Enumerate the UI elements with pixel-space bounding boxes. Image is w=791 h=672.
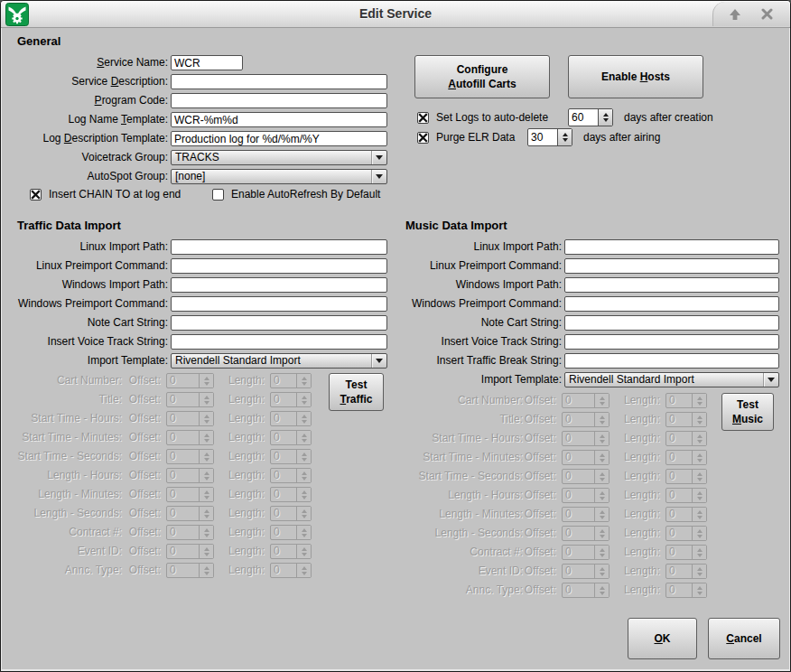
enable-autorefresh-checkbox[interactable] <box>212 189 224 201</box>
import-field-input[interactable] <box>564 239 779 255</box>
import-field-input[interactable] <box>564 258 779 274</box>
spin-value: 0 <box>563 583 594 597</box>
length-spinbox: 0 <box>665 488 707 503</box>
import-field-label: Linux Import Path: <box>396 239 562 255</box>
enable-hosts-button[interactable]: Enable Hosts <box>568 55 703 98</box>
auto-delete-checkbox[interactable] <box>417 112 429 124</box>
import-field-input[interactable] <box>564 296 779 312</box>
spin-value: 0 <box>666 489 692 502</box>
parser-field-label: Start Time - Minutes: <box>402 450 523 465</box>
purge-elr-checkbox[interactable] <box>417 132 429 144</box>
spin-up-icon <box>697 508 703 514</box>
length-label: Length: <box>219 373 265 388</box>
log-name-template-input[interactable] <box>171 112 387 127</box>
spin-up-icon <box>600 432 605 438</box>
spin-down-icon <box>697 554 703 560</box>
cancel-button[interactable]: Cancel <box>708 618 780 659</box>
parser-field-label: Event ID: <box>402 564 523 579</box>
autospot-group-select[interactable]: [none] <box>171 169 387 184</box>
offset-label: Offset: <box>523 507 556 522</box>
button-line: Configure <box>457 62 508 77</box>
auto-delete-days-spinbox[interactable]: 60 <box>568 108 613 126</box>
length-label: Length: <box>615 431 660 446</box>
offset-spinbox: 0 <box>562 526 610 541</box>
import-field-label: Windows Preimport Command: <box>396 296 562 312</box>
titlebar[interactable]: Edit Service <box>1 1 790 28</box>
program-code-input[interactable] <box>171 93 387 108</box>
spin-value: 0 <box>563 527 594 540</box>
window-shade-button[interactable] <box>725 5 745 23</box>
spin-up-icon <box>697 565 703 571</box>
spin-up-icon <box>204 374 209 380</box>
test-music-button[interactable]: Test Music <box>721 393 774 431</box>
length-label: Length: <box>615 412 660 427</box>
import-row: Insert Traffic Break String: <box>1 353 791 369</box>
spin-down-icon <box>697 535 703 541</box>
spin-value: 0 <box>167 374 199 387</box>
spin-value: 0 <box>666 583 692 597</box>
import-row: Insert Voice Track String: <box>1 334 791 350</box>
service-name-input[interactable] <box>171 55 243 70</box>
spin-down-icon <box>600 573 605 579</box>
window-controls <box>712 2 789 26</box>
voicetrack-group-select[interactable]: TRACKS <box>171 150 387 165</box>
button-line: Test <box>737 397 758 412</box>
import-field-input[interactable] <box>564 353 779 369</box>
import-field-label: Windows Import Path: <box>396 277 562 293</box>
import-field-input[interactable] <box>564 315 779 331</box>
traffic-section-heading: Traffic Data Import <box>17 219 121 232</box>
spin-up-icon <box>600 546 605 552</box>
spin-up-icon <box>603 110 609 117</box>
spin-up-icon <box>600 527 605 533</box>
ok-button[interactable]: OK <box>628 618 697 659</box>
log-description-template-input[interactable] <box>171 131 387 146</box>
auto-delete-suffix: days after creation <box>624 110 713 126</box>
service-description-label: Service Description: <box>1 74 168 89</box>
length-spinbox: 0 <box>665 469 707 484</box>
offset-label: Offset: <box>523 564 556 579</box>
offset-label: Offset: <box>127 373 161 388</box>
spin-buttons[interactable] <box>557 129 572 145</box>
parser-row: Contract #: Offset: 0 Length: 0 <box>1 545 791 560</box>
purge-elr-days-spinbox[interactable]: 30 <box>527 128 572 146</box>
spin-up-icon <box>563 130 568 136</box>
spin-buttons[interactable] <box>598 109 612 126</box>
import-row: Linux Preimport Command: <box>1 258 791 274</box>
offset-label: Offset: <box>523 431 556 446</box>
spin-up-icon <box>697 527 703 533</box>
offset-spinbox: 0 <box>562 564 610 579</box>
import-field-input[interactable] <box>564 277 779 293</box>
offset-spinbox: 0 <box>562 469 610 484</box>
parser-row: Event ID: Offset: 0 Length: 0 <box>1 564 791 579</box>
parser-row: Length - Minutes: Offset: 0 Length: 0 <box>1 507 791 522</box>
parser-field-label: Cart Number: <box>402 393 523 408</box>
length-spinbox: 0 <box>665 412 707 427</box>
configure-autofill-carts-button[interactable]: Configure Autofill Carts <box>414 55 550 98</box>
spin-value: 30 <box>528 129 557 145</box>
parser-row: Annc. Type: Offset: 0 Length: 0 <box>1 583 791 598</box>
spin-up-icon <box>697 451 703 457</box>
spin-value: 0 <box>563 413 594 426</box>
spin-down-icon <box>600 402 605 408</box>
insert-chain-checkbox[interactable] <box>30 189 42 201</box>
offset-spinbox: 0 <box>562 393 610 408</box>
spin-value: 0 <box>563 508 594 521</box>
offset-label: Offset: <box>523 583 556 598</box>
import-field-label: Insert Traffic Break String: <box>396 353 562 369</box>
button-line: Music <box>732 412 763 426</box>
service-description-input[interactable] <box>171 74 387 89</box>
import-field-label: Insert Voice Track String: <box>396 334 562 350</box>
spin-up-icon <box>697 394 703 400</box>
import-field-input[interactable] <box>564 334 779 350</box>
spin-down-icon <box>600 592 605 598</box>
parser-row: Title: Offset: 0 Length: 0 <box>1 412 791 427</box>
spin-value: 0 <box>666 546 692 559</box>
spin-up-icon <box>600 489 605 495</box>
music-import-template-select[interactable]: Rivendell Standard Import <box>564 372 779 387</box>
parser-field-label: Length - Minutes: <box>402 507 523 522</box>
spin-up-icon <box>697 546 703 552</box>
auto-delete-label: Set Logs to auto-delete <box>436 110 548 126</box>
length-label: Length: <box>615 507 660 522</box>
window-close-button[interactable] <box>758 5 777 23</box>
spin-value: 0 <box>666 565 692 578</box>
